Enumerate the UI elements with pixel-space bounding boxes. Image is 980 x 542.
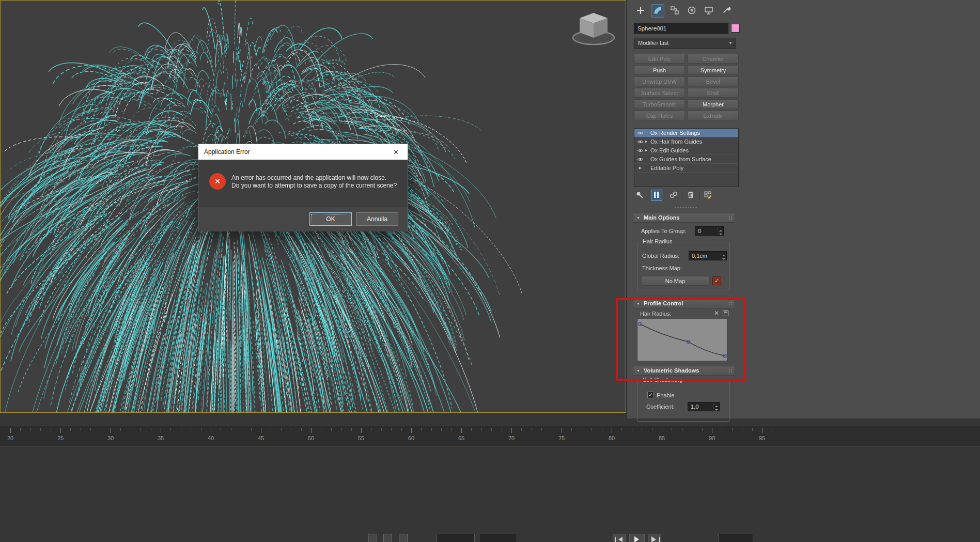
hair-radius-curve-editor[interactable] <box>637 319 728 361</box>
curve-reset-icon[interactable]: ✕ <box>712 309 721 317</box>
panel-splitter-handle[interactable] <box>674 206 697 209</box>
previous-frame-button[interactable] <box>613 534 626 542</box>
view-cube[interactable] <box>570 7 617 50</box>
selection-region-icon[interactable] <box>368 534 377 542</box>
object-name-field[interactable] <box>634 23 728 34</box>
enable-checkbox[interactable]: ✓ <box>647 392 654 398</box>
modifier-button-push[interactable]: Push <box>634 65 685 75</box>
close-icon[interactable]: ✕ <box>384 144 408 160</box>
modifier-button-surface-select[interactable]: Surface Select <box>634 88 685 98</box>
modifier-button-cap-holes[interactable]: Cap Holes <box>634 111 685 120</box>
frame-tick <box>351 428 352 431</box>
dialog-message: An error has occurred and the applicatio… <box>231 174 397 190</box>
expand-arrow-icon[interactable]: ▶ <box>645 148 650 152</box>
modifier-stack-item-editable-poly[interactable]: ▶Editable Poly <box>634 164 738 173</box>
spinner-arrows[interactable] <box>718 227 723 235</box>
object-color-swatch[interactable] <box>731 24 740 33</box>
frame-tick <box>481 428 482 431</box>
frame-tick <box>502 428 502 431</box>
play-button[interactable] <box>629 534 645 542</box>
modifier-stack-item-ox-hair-from-guides[interactable]: ▶Ox Hair from Guides <box>634 137 738 146</box>
coordinate-x-field[interactable] <box>437 534 475 542</box>
frame-number: 55 <box>358 435 364 441</box>
modifier-button-unwrap-uvw[interactable]: Unwrap UVW <box>634 76 685 86</box>
tab-display[interactable] <box>702 4 715 18</box>
visibility-eye-icon[interactable] <box>636 140 645 144</box>
cancel-button[interactable]: Annulla <box>356 212 398 226</box>
spinner-up-icon[interactable] <box>714 402 719 407</box>
toolbar-separator <box>699 192 699 199</box>
modifier-button-turbosmooth[interactable]: TurboSmooth <box>634 99 685 109</box>
modifier-button-morpher[interactable]: Morpher <box>688 99 739 109</box>
spinner-arrows[interactable] <box>713 402 719 411</box>
rollout-main-options[interactable]: ▼ Main Options <box>633 213 735 223</box>
modifier-stack-item-ox-edit-guides[interactable]: ▶Ox Edit Guides <box>634 146 738 155</box>
coefficient-spinner[interactable]: 1,0 <box>688 402 720 411</box>
spinner-down-icon[interactable] <box>718 231 723 235</box>
frame-tick <box>301 428 302 431</box>
visibility-eye-icon[interactable] <box>636 148 645 153</box>
spinner-down-icon[interactable] <box>714 407 719 411</box>
frame-tick <box>552 428 552 431</box>
modifier-button-edit-poly[interactable]: Edit Poly <box>634 54 685 64</box>
thickness-map-label: Thickness Map: <box>642 265 682 271</box>
rollout-profile-control[interactable]: ▼ Profile Control <box>633 299 735 308</box>
grid-snap-icon[interactable] <box>399 534 408 542</box>
frame-tick <box>521 428 522 431</box>
frame-number: 75 <box>558 435 565 441</box>
visibility-eye-icon[interactable] <box>636 131 645 135</box>
self-shadowing-group-title: Self-Shadowing <box>641 377 685 383</box>
tab-hierarchy[interactable] <box>668 4 681 18</box>
modifier-stack: Ox Render Settings▶Ox Hair from Guides▶O… <box>634 128 739 187</box>
stack-item-label: Ox Render Settings <box>650 130 700 136</box>
spinner-up-icon[interactable] <box>721 252 726 256</box>
error-icon: ✕ <box>209 173 226 190</box>
tab-utilities[interactable] <box>719 4 733 18</box>
spinner-up-icon[interactable] <box>718 227 723 231</box>
expand-arrow-icon[interactable]: ▶ <box>636 166 645 170</box>
frame-tick <box>452 428 452 431</box>
frame-number: 20 <box>7 435 13 441</box>
thickness-map-enable-toggle[interactable]: ✓ <box>712 276 721 285</box>
rollout-volumetric-shadows[interactable]: ▼ Volumetric Shadows <box>633 366 735 376</box>
pin-stack-button[interactable] <box>634 190 645 201</box>
next-frame-button[interactable] <box>648 534 661 542</box>
show-end-result-button[interactable] <box>651 190 662 201</box>
tab-motion[interactable] <box>685 4 698 18</box>
curve-editor-window-icon[interactable] <box>723 311 728 316</box>
modifier-button-shell[interactable]: Shell <box>688 88 739 98</box>
rollout-title: Main Options <box>644 214 680 221</box>
modifier-button-extrude[interactable]: Extrude <box>688 111 739 120</box>
make-unique-button[interactable] <box>668 190 679 201</box>
tab-create[interactable] <box>634 4 647 18</box>
modifier-button-chamfer[interactable]: Chamfer <box>688 54 739 64</box>
coordinate-y-field[interactable] <box>479 534 517 542</box>
configure-modifier-sets-button[interactable] <box>702 190 713 201</box>
frame-tick <box>311 428 312 433</box>
modifier-button-bevel[interactable]: Bevel <box>688 76 739 86</box>
current-frame-field[interactable] <box>718 534 753 542</box>
thickness-map-button[interactable]: No Map <box>641 276 709 286</box>
expand-arrow-icon[interactable]: ▶ <box>645 140 650 144</box>
global-radius-spinner[interactable]: 0,1cm <box>689 251 727 260</box>
frame-tick <box>170 428 171 431</box>
visibility-eye-icon[interactable] <box>636 157 645 162</box>
track-bar[interactable]: 20253035404550556065707580859095 <box>0 426 980 446</box>
frame-tick <box>30 428 31 431</box>
spinner-down-icon[interactable] <box>721 256 726 260</box>
frame-tick <box>291 428 291 431</box>
spinner-arrows[interactable] <box>721 252 726 260</box>
selection-lock-icon[interactable] <box>383 534 392 542</box>
dialog-title-bar[interactable]: Application Error ✕ <box>198 144 408 160</box>
remove-modifier-button[interactable] <box>685 190 696 201</box>
frame-tick <box>652 428 652 431</box>
tab-modify[interactable] <box>651 4 664 18</box>
modifier-button-symmetry[interactable]: Symmetry <box>688 65 739 75</box>
modifier-stack-item-ox-guides-from-surface[interactable]: Ox Guides from Surface <box>634 155 738 164</box>
modifier-list-dropdown[interactable]: Modifier List ▼ <box>634 38 736 49</box>
radius-ramp-curve[interactable] <box>637 319 727 361</box>
frame-tick <box>562 428 562 433</box>
modifier-stack-item-ox-render-settings[interactable]: Ox Render Settings <box>634 129 738 137</box>
applies-to-group-spinner[interactable]: 0 <box>695 226 724 236</box>
ok-button[interactable]: OK <box>309 212 352 226</box>
